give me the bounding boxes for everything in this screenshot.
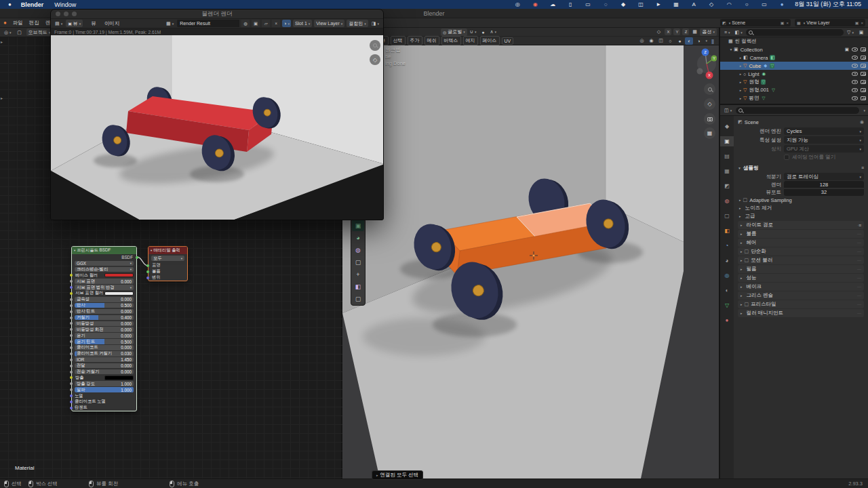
options-dropdown[interactable]: 옵션▾	[700, 28, 717, 36]
close-window-button[interactable]	[56, 12, 60, 16]
properties-search-input[interactable]	[736, 107, 859, 114]
editor-type-icon[interactable]: ◎▾	[3, 28, 13, 36]
node-input-socket[interactable]	[70, 340, 73, 343]
bsdf-row[interactable]: 클리어코트 거칠기 0.030 ▾	[72, 350, 136, 357]
node-input-socket[interactable]	[70, 376, 73, 379]
image-zoom-gizmo[interactable]	[370, 40, 380, 51]
bsdf-row[interactable]: GGX ▾	[72, 260, 136, 266]
bsdf-node-header[interactable]: ▾ 프린시플드 BSDF	[72, 247, 136, 254]
viewport-menu[interactable]: 추가	[408, 36, 422, 45]
object-name[interactable]: 원형.001	[749, 87, 769, 94]
viewport-menu[interactable]: 메쉬	[425, 36, 439, 45]
node-input-socket[interactable]	[70, 262, 73, 265]
viewport-canvas[interactable]	[342, 45, 719, 479]
node-input-socket[interactable]	[70, 280, 73, 283]
subpanel-header[interactable]: ▸ 노이즈 제거	[738, 204, 864, 212]
tool-poke[interactable]: ◍	[352, 244, 364, 256]
bsdf-row[interactable]: 서브 표면 0.000 ▾	[72, 279, 136, 285]
bsdf-row[interactable]: 윤기 0.000 ▾	[72, 333, 136, 339]
tool-add-cube[interactable]: ▢	[352, 256, 364, 268]
object-name[interactable]: Light	[748, 71, 759, 77]
hide-viewport-toggle[interactable]	[852, 47, 858, 52]
node-input-socket[interactable]	[70, 394, 73, 397]
expand-icon[interactable]: ▸	[738, 64, 743, 68]
tab-world[interactable]: ◍	[720, 196, 734, 206]
bsdf-row[interactable]: 거칠기 0.400 ▾	[72, 314, 136, 321]
properties-panel-header[interactable]: ▸ 그리스 펜슬	[738, 291, 864, 300]
tool-extrude[interactable]: ◧	[352, 281, 364, 292]
principled-bsdf-node[interactable]: ▾ 프린시플드 BSDF BSDF GGX ▾	[71, 246, 137, 411]
hide-viewport-toggle[interactable]	[852, 56, 858, 60]
overlays-dropdown[interactable]: ◉	[647, 37, 655, 45]
tab-tool[interactable]: ◆	[720, 121, 734, 131]
wifi-icon[interactable]: ◠	[720, 1, 738, 7]
bsdf-row[interactable]: 방출 강도 1.000 ▾	[72, 381, 136, 387]
tab-object[interactable]: ◧	[720, 226, 734, 236]
outliner-row[interactable]: ▸ ◧ Camera ◧	[720, 54, 868, 62]
image-editor-menu[interactable]: 이미지	[104, 20, 120, 27]
zoom-window-button[interactable]	[72, 12, 77, 16]
object-name[interactable]: Camera	[750, 55, 768, 61]
tab-particles[interactable]: ◕	[720, 256, 734, 266]
outliner-row[interactable]: ▸ ▽ Cube ◆ ▽	[720, 62, 868, 70]
overlay-grid-icon[interactable]: ▦	[690, 28, 698, 36]
object-name[interactable]: Collection	[741, 47, 763, 53]
unlink-scene-icon[interactable]: ×	[786, 21, 789, 25]
outliner-search-input[interactable]	[746, 29, 844, 36]
expand-icon[interactable]: ▼	[728, 47, 734, 52]
outliner-row[interactable]: ▸ ○ Light ◉	[720, 70, 868, 78]
viewport-menu[interactable]: 선택	[391, 36, 406, 45]
menubar-app-name[interactable]: Blender	[21, 1, 44, 8]
tab-render[interactable]: ▣	[720, 136, 734, 146]
bsdf-row[interactable]: 크리스텐슨-벌리 ▾	[72, 266, 136, 272]
bsdf-output-socket[interactable]	[136, 256, 138, 259]
expand-icon[interactable]: ▸	[738, 56, 743, 60]
viewport-perspective-button[interactable]: ▦	[704, 127, 715, 139]
tab-modifiers[interactable]: ◔	[720, 241, 734, 251]
bsdf-row[interactable]: 전송 거칠기 0.000 ▾	[72, 369, 136, 375]
layer-dropdown[interactable]: View Layer▾	[314, 20, 344, 27]
filter-objects-icon[interactable]: ◧▾	[734, 28, 744, 36]
tab-physics[interactable]: ◎	[720, 270, 734, 281]
datablock-icon[interactable]: ▣	[252, 20, 260, 27]
hide-viewport-toggle[interactable]	[852, 80, 858, 84]
output-node-input[interactable]: 변위	[149, 274, 187, 281]
shader-type-dropdown[interactable]: 오브젝트▾	[26, 28, 53, 36]
gizmo-toggle-icon[interactable]: ◇	[654, 28, 663, 36]
properties-options-icon[interactable]: ▾	[863, 108, 865, 113]
transform-orientation-dropdown[interactable]: ◎ 글로벌▾	[441, 28, 467, 36]
image-name-field[interactable]: Render Result	[177, 20, 239, 27]
node-input-socket[interactable]	[70, 382, 73, 385]
node-input-socket[interactable]	[146, 264, 149, 267]
axis-toggle[interactable]: X	[665, 28, 671, 35]
tab-output[interactable]: ▤	[720, 151, 734, 161]
disable-render-toggle[interactable]	[861, 47, 866, 52]
bsdf-row[interactable]: 알파 1.000 ▾	[72, 387, 136, 393]
shading-wireframe-icon[interactable]: ○	[666, 37, 674, 45]
remove-view-layer-icon[interactable]: ×	[861, 21, 863, 25]
bsdf-row[interactable]: 노멀 ▾	[72, 393, 136, 399]
disable-render-toggle[interactable]	[861, 72, 866, 76]
collapse-icon[interactable]: ▾	[74, 249, 75, 252]
view-layer-selector[interactable]: ▦▾ View Layer ▣ ×	[795, 19, 865, 26]
shading-solid-icon[interactable]: ●	[675, 37, 684, 45]
exclude-checkbox-icon[interactable]: ▣	[845, 47, 849, 52]
screen-record-icon[interactable]: ◉	[526, 1, 544, 7]
expand-icon[interactable]: ▸	[738, 88, 743, 92]
display-icon[interactable]: ◨▾	[370, 20, 380, 27]
navigation-gizmo[interactable]: Z Y X	[696, 45, 717, 83]
color-swatch[interactable]	[104, 273, 134, 278]
outliner-row[interactable]: ▼ ▣ Collection ▣	[720, 45, 868, 54]
expand-icon[interactable]: ▸	[738, 96, 743, 100]
siri-icon[interactable]: ●	[773, 1, 791, 7]
hide-viewport-toggle[interactable]	[852, 64, 858, 68]
app-swirl-icon[interactable]: ◎	[509, 1, 526, 7]
properties-panel-header[interactable]: ▸ 컬러 매니지먼트	[738, 309, 864, 317]
falloff-curve-icon[interactable]: ∧▾	[488, 28, 498, 36]
menubar-window-menu[interactable]: Window	[54, 1, 76, 8]
menubar-datetime[interactable]: 8월 31일 (화) 오후 11:05	[795, 0, 861, 9]
disable-render-toggle[interactable]	[861, 88, 866, 92]
browse-image-icon[interactable]: ▦▾	[165, 20, 175, 27]
proportional-editing-icon[interactable]: ●	[479, 28, 487, 36]
device-icon[interactable]: ▯	[561, 1, 579, 7]
